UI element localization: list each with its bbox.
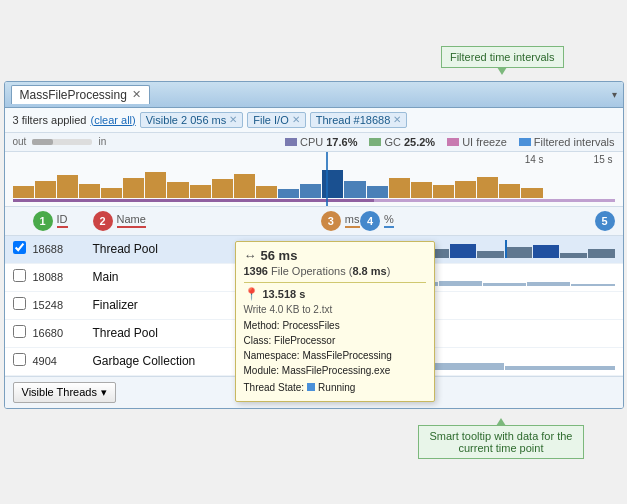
badge-2: 2	[93, 211, 113, 231]
row-2-id: 15248	[33, 299, 93, 311]
scale-15s: 15 s	[594, 154, 613, 165]
method-value: ProcessFiles	[282, 320, 339, 331]
tooltip-file-ops-time: 8.8 ms	[352, 265, 386, 277]
filter-tag-visible[interactable]: Visible 2 056 ms ✕	[140, 112, 244, 128]
title-bar: MassFileProcessing ✕ ▾	[5, 82, 623, 108]
panel-dropdown-button[interactable]: ▾	[612, 89, 617, 100]
checkbox-15248[interactable]	[13, 297, 26, 310]
tooltip-time-value: 13.518 s	[263, 288, 306, 300]
out-label: out	[13, 136, 27, 147]
row-1-id: 18088	[33, 271, 93, 283]
name-label: Name	[117, 213, 146, 228]
tooltip-file-ops-count: 1396	[244, 265, 268, 277]
cpu-value: 17.6%	[326, 136, 357, 148]
filter-tag-thread-label: Thread #18688	[316, 114, 391, 126]
badge-1: 1	[33, 211, 53, 231]
close-tab-button[interactable]: ✕	[132, 88, 141, 101]
filtered-stat: Filtered intervals	[519, 136, 615, 148]
pin-icon: 📍	[244, 287, 259, 301]
thread-state-value: Running	[318, 380, 355, 395]
main-panel: MassFileProcessing ✕ ▾ 3 filters applied…	[4, 81, 624, 409]
timeline-scale: 14 s 15 s	[525, 154, 613, 165]
namespace-value: MassFileProcessing	[302, 350, 391, 361]
ui-label: UI freeze	[462, 136, 507, 148]
visible-threads-button[interactable]: Visible Threads ▾	[13, 382, 116, 403]
badge-3: 3	[321, 211, 341, 231]
stats-bar: out in CPU 17.6% GC 25.2%	[5, 133, 623, 152]
cpu-stat: CPU 17.6%	[285, 136, 357, 148]
filter-count-label: 3 filters applied	[13, 114, 87, 126]
filter-tag-fileio[interactable]: File I/O ✕	[247, 112, 305, 128]
id-label: ID	[57, 213, 68, 228]
pct-label: %	[384, 213, 394, 228]
thread-state: Thread State: Running	[244, 380, 426, 395]
filtered-label: Filtered intervals	[534, 136, 615, 148]
tooltip-divider	[244, 282, 426, 283]
row-0-checkbox[interactable]	[13, 241, 33, 257]
smart-tooltip: ↔ 56 ms 1396 File Operations (8.8 ms) 📍 …	[235, 241, 435, 402]
row-1-checkbox[interactable]	[13, 269, 33, 285]
module-label: Module:	[244, 365, 280, 376]
ui-freeze-icon	[447, 138, 459, 146]
cpu-icon	[285, 138, 297, 146]
cpu-label: CPU	[300, 136, 323, 148]
gc-icon	[369, 138, 381, 146]
namespace-label: Namespace:	[244, 350, 300, 361]
callout-bottom-text: Smart tooltip with data for thecurrent t…	[429, 430, 572, 454]
name-col-header[interactable]: 2 Name	[93, 211, 315, 231]
class-label: Class:	[244, 335, 272, 346]
checkbox-4904[interactable]	[13, 353, 26, 366]
tooltip-file-ops-label: File Operations	[271, 265, 346, 277]
remove-filter-fileio-button[interactable]: ✕	[292, 114, 300, 125]
visible-threads-dropdown-arrow: ▾	[101, 386, 107, 399]
scale-14s: 14 s	[525, 154, 544, 165]
running-state-dot	[307, 383, 315, 391]
ms-col-header[interactable]: 3 ms	[315, 211, 360, 231]
title-tab-label: MassFileProcessing	[20, 88, 127, 102]
gc-stat: GC 25.2%	[369, 136, 435, 148]
tooltip-write: Write 4.0 KB to 2.txt	[244, 304, 426, 315]
gc-value: 25.2%	[404, 136, 435, 148]
title-tab[interactable]: MassFileProcessing ✕	[11, 85, 150, 104]
filtered-intervals-icon	[519, 138, 531, 146]
filter-tag-visible-label: Visible 2 056 ms	[146, 114, 227, 126]
row-0-id: 18688	[33, 243, 93, 255]
tooltip-time: 📍 13.518 s	[244, 287, 426, 301]
row-3-checkbox[interactable]	[13, 325, 33, 341]
row-2-checkbox[interactable]	[13, 297, 33, 313]
class-value: FileProcessor	[274, 335, 335, 346]
checkbox-16680[interactable]	[13, 325, 26, 338]
in-label: in	[98, 136, 106, 147]
checkbox-18088[interactable]	[13, 269, 26, 282]
graph-col-header: 5	[395, 211, 615, 231]
column-headers: 1 ID 2 Name 3 ms 4 % 5	[5, 207, 623, 236]
filter-tag-fileio-label: File I/O	[253, 114, 288, 126]
remove-filter-thread-button[interactable]: ✕	[393, 114, 401, 125]
tooltip-file-ops: 1396 File Operations (8.8 ms)	[244, 265, 426, 277]
clear-all-filters-button[interactable]: (clear all)	[91, 114, 136, 126]
ui-stat: UI freeze	[447, 136, 507, 148]
checkbox-18688[interactable]	[13, 241, 26, 254]
module-value: MassFileProcessing.exe	[282, 365, 390, 376]
filter-tag-thread[interactable]: Thread #18688 ✕	[310, 112, 408, 128]
smart-tooltip-callout: Smart tooltip with data for thecurrent t…	[418, 425, 583, 459]
id-col-header[interactable]: 1 ID	[33, 211, 93, 231]
timeline-area[interactable]: 14 s 15 s	[5, 152, 623, 207]
tooltip-arrow: ↔	[244, 248, 257, 263]
row-4-checkbox[interactable]	[13, 353, 33, 369]
badge-4: 4	[360, 211, 380, 231]
badge-5: 5	[595, 211, 615, 231]
thread-state-label: Thread State:	[244, 380, 305, 395]
filter-bar: 3 filters applied (clear all) Visible 2 …	[5, 108, 623, 133]
row-3-id: 16680	[33, 327, 93, 339]
tooltip-duration: 56 ms	[261, 248, 298, 263]
gc-label: GC	[384, 136, 401, 148]
method-label: Method:	[244, 320, 280, 331]
row-4-id: 4904	[33, 355, 93, 367]
ms-label: ms	[345, 213, 360, 228]
pct-col-header[interactable]: 4 %	[360, 211, 395, 231]
filtered-time-intervals-callout: Filtered time intervals	[441, 46, 564, 68]
remove-filter-visible-button[interactable]: ✕	[229, 114, 237, 125]
visible-threads-label: Visible Threads	[22, 386, 97, 398]
stats-items: CPU 17.6% GC 25.2% UI freeze Filtered in…	[285, 136, 614, 148]
